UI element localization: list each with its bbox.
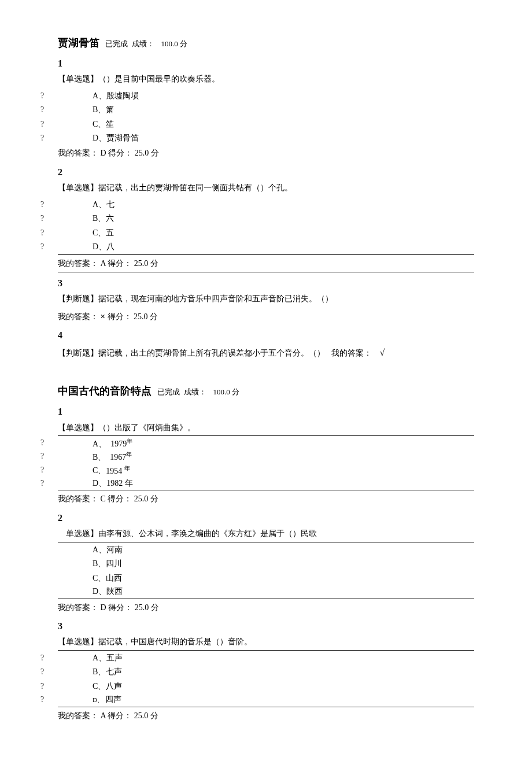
section-1: 贾湖骨笛 已完成 成绩： 100.0 分 1 【单选题】（）是目前中国最早的吹奏…	[58, 35, 474, 360]
answer-prefix: 我的答案：	[58, 603, 98, 612]
option-suffix: 年	[125, 479, 133, 488]
question-prompt: 【单选题】（）出版了《阿炳曲集》。	[58, 422, 474, 436]
option-text: 五声	[106, 653, 123, 662]
option-bullet: ?	[40, 212, 44, 225]
answer-letter: C	[101, 494, 106, 503]
question-number: 1	[58, 56, 474, 71]
question-prompt: 【判断题】据记载，出土的贾湖骨笛上所有孔的误差都小于五个音分。（） 我的答案： …	[58, 345, 474, 360]
answer-score-label: 得分：	[108, 603, 132, 612]
answer-score: 25.0 分	[135, 149, 159, 157]
option-bullet: ?	[40, 694, 44, 706]
section-score: 100.0 分	[213, 387, 240, 396]
option-letter: D、	[93, 586, 106, 597]
answer-score: 25.0 分	[134, 259, 158, 268]
question-number: 2	[58, 165, 474, 180]
option-bullet: ?	[40, 241, 44, 253]
option-bullet: ?	[40, 652, 44, 664]
option-text: 1979	[110, 440, 127, 448]
section-2: 中国古代的音阶特点 已完成 成绩： 100.0 分 1 【单选题】（）出版了《阿…	[58, 383, 474, 722]
option-letter: B、	[93, 557, 106, 570]
option-text: 陕西	[106, 587, 123, 596]
option-row: ?B、七声	[58, 666, 474, 678]
section-score-label: 成绩：	[132, 39, 154, 48]
option-letter: A、	[93, 438, 106, 450]
option-row: ?D、贾湖骨笛	[58, 132, 474, 145]
option-letter: A、	[93, 652, 106, 664]
option-text: 八	[106, 242, 114, 251]
option-suffix: 年	[124, 465, 130, 471]
answer-score-label: 得分：	[108, 259, 132, 268]
option-bullet: ?	[40, 90, 44, 102]
option-bullet: ?	[40, 132, 44, 145]
answer-prefix: 我的答案：	[58, 312, 98, 321]
question-number: 1	[58, 404, 474, 419]
answer-line: 我的答案： C 得分： 25.0 分	[58, 493, 474, 505]
question-number: 2	[58, 511, 474, 526]
option-bullet: ?	[40, 118, 44, 131]
option-suffix: 年	[127, 438, 132, 444]
option-letter: C、	[93, 572, 106, 585]
x-icon: ×	[101, 312, 106, 321]
section-title: 贾湖骨笛	[58, 37, 99, 49]
option-row: ?B、六	[58, 212, 474, 225]
question-number: 4	[58, 328, 474, 343]
answer-letter: D	[101, 149, 106, 157]
option-letter: A、	[93, 90, 106, 102]
option-text: 1954	[106, 466, 122, 475]
answer-prefix: 我的答案：	[331, 349, 372, 357]
option-text: 八声	[106, 682, 122, 690]
option-text: 五	[106, 228, 114, 237]
option-text: 箫	[106, 105, 114, 114]
option-letter: B、	[93, 212, 106, 225]
option-text: 河南	[106, 545, 123, 554]
section-score-label: 成绩：	[184, 387, 206, 396]
option-row: ?A、五声	[58, 652, 474, 664]
option-bullet: ?	[40, 198, 44, 211]
option-row: B、四川	[58, 557, 474, 570]
option-letter: B、	[93, 666, 106, 678]
option-text: 四川	[106, 559, 122, 568]
section-title: 中国古代的音阶特点	[58, 385, 152, 397]
question-text: 【判断题】据记载，出土的贾湖骨笛上所有孔的误差都小于五个音分。（）	[58, 349, 325, 357]
option-row: ?B、 1967年	[58, 450, 474, 463]
option-suffix: 年	[126, 451, 132, 457]
section-status: 已完成	[157, 387, 180, 396]
answer-score-label: 得分：	[108, 312, 132, 321]
answer-prefix: 我的答案：	[58, 711, 98, 720]
option-row: ?A、七	[58, 198, 474, 211]
section-header: 贾湖骨笛 已完成 成绩： 100.0 分	[58, 35, 474, 51]
question-number: 3	[58, 276, 474, 291]
question-prompt: 【单选题】（）是目前中国最早的吹奏乐器。	[58, 73, 474, 86]
option-bullet: ?	[40, 437, 44, 449]
option-row: ?A、 1979年	[58, 437, 474, 449]
option-row: ?C、1954 年	[58, 464, 474, 477]
option-bullet: ?	[40, 450, 44, 462]
option-row: ?C、笙	[58, 118, 474, 131]
option-text: 山西	[106, 574, 122, 582]
option-row: ?B、箫	[58, 104, 474, 116]
option-bullet: ?	[40, 680, 44, 693]
option-text: 笙	[106, 120, 114, 128]
answer-score-label: 得分：	[108, 711, 132, 720]
option-text: 1967	[110, 453, 126, 461]
option-bullet: ?	[40, 464, 44, 476]
answer-line: 我的答案： A 得分： 25.0 分	[58, 257, 474, 272]
option-row: ?D、八	[58, 241, 474, 255]
option-letter: D、	[93, 696, 104, 704]
option-row: C、山西	[58, 572, 474, 585]
option-letter: B、	[93, 104, 106, 116]
option-letter: B、	[93, 452, 106, 463]
option-row: A、河南	[58, 544, 474, 556]
option-bullet: ?	[40, 104, 44, 116]
section-status: 已完成	[105, 39, 128, 48]
option-text: 1982	[106, 479, 123, 488]
option-text: 六	[106, 214, 114, 223]
option-letter: D、	[93, 132, 106, 145]
section-header: 中国古代的音阶特点 已完成 成绩： 100.0 分	[58, 383, 474, 400]
answer-letter: D	[101, 603, 106, 612]
question-prompt: 【判断题】据记载，现在河南的地方音乐中四声音阶和五声音阶已消失。（）	[58, 293, 474, 305]
answer-score: 25.0 分	[135, 603, 159, 612]
answer-prefix: 我的答案：	[58, 149, 98, 157]
answer-score: 25.0 分	[134, 312, 158, 321]
answer-line: 我的答案： D 得分： 25.0 分	[58, 147, 474, 160]
